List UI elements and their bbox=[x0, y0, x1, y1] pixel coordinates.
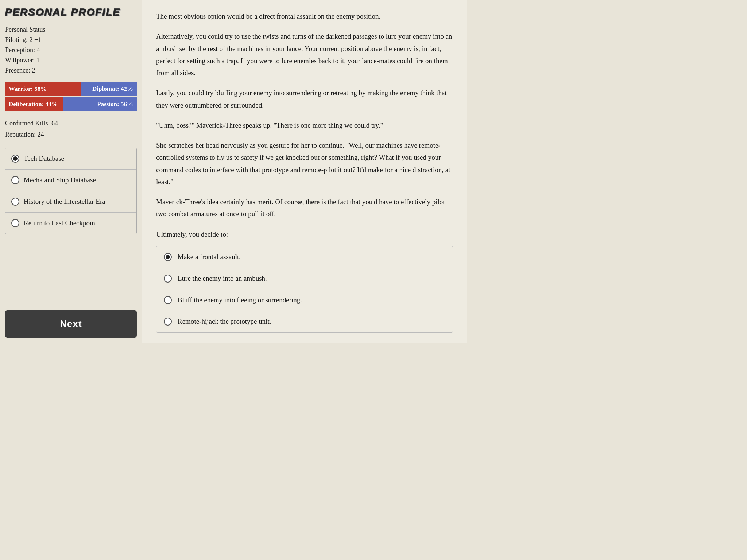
radio-ambush bbox=[164, 275, 172, 283]
status-label: Personal Status bbox=[5, 25, 137, 35]
stat-bars: Warrior: 58% Diplomat: 42% Deliberation:… bbox=[5, 82, 137, 113]
main-content: The most obvious option would be a direc… bbox=[142, 0, 467, 343]
stat-presence: Presence: 2 bbox=[5, 66, 137, 76]
nav-item-history-interstellar[interactable]: History of the Interstellar Era bbox=[5, 191, 136, 213]
next-button[interactable]: Next bbox=[5, 310, 137, 338]
personal-status: Personal Status Piloting: 2 +1 Perceptio… bbox=[5, 25, 137, 75]
choice-remote-hijack[interactable]: Remote-hijack the prototype unit. bbox=[156, 311, 453, 332]
radio-bluff bbox=[164, 296, 172, 304]
radio-remote-hijack bbox=[164, 318, 172, 326]
story-paragraph-3: Lastly, you could try bluffing your enem… bbox=[156, 87, 453, 111]
deliberation-bar: Deliberation: 44% bbox=[5, 97, 63, 111]
profile-title: PERSONAL PROFILE bbox=[5, 7, 137, 18]
sidebar: PERSONAL PROFILE Personal Status Pilotin… bbox=[0, 0, 142, 343]
diplomat-bar: Diplomat: 42% bbox=[81, 82, 137, 96]
choice-bluff[interactable]: Bluff the enemy into fleeing or surrende… bbox=[156, 289, 453, 311]
story-paragraph-2: Alternatively, you could try to use the … bbox=[156, 30, 453, 79]
radio-return bbox=[11, 219, 19, 227]
choice-frontal-assault[interactable]: Make a frontal assault. bbox=[156, 246, 453, 268]
story-paragraph-5: She scratches her head nervously as you … bbox=[156, 139, 453, 188]
radio-frontal-assault bbox=[164, 253, 172, 261]
choices-list: Make a frontal assault. Lure the enemy i… bbox=[156, 246, 453, 332]
stat-willpower: Willpower: 1 bbox=[5, 55, 137, 66]
stat-piloting: Piloting: 2 +1 bbox=[5, 35, 137, 45]
radio-mecha-database bbox=[11, 176, 19, 184]
warrior-bar: Warrior: 58% bbox=[5, 82, 81, 96]
deliberation-passion-bar: Deliberation: 44% Passion: 56% bbox=[5, 97, 137, 111]
decision-label: Ultimately, you decide to: bbox=[156, 228, 453, 240]
kills-rep: Confirmed Kills: 64 Reputation: 24 bbox=[5, 118, 137, 140]
nav-item-tech-database[interactable]: Tech Database bbox=[5, 148, 136, 170]
story-paragraph-1: The most obvious option would be a direc… bbox=[156, 10, 453, 22]
warrior-diplomat-bar: Warrior: 58% Diplomat: 42% bbox=[5, 82, 137, 96]
stat-perception: Perception: 4 bbox=[5, 45, 137, 55]
radio-tech-database bbox=[11, 155, 19, 163]
story-paragraph-4: "Uhm, boss?" Maverick-Three speaks up. "… bbox=[156, 119, 453, 131]
story-paragraph-6: Maverick-Three's idea certainly has meri… bbox=[156, 196, 453, 220]
reputation: Reputation: 24 bbox=[5, 129, 137, 140]
radio-history bbox=[11, 198, 19, 206]
confirmed-kills: Confirmed Kills: 64 bbox=[5, 118, 137, 129]
choice-ambush[interactable]: Lure the enemy into an ambush. bbox=[156, 268, 453, 289]
nav-item-return-checkpoint[interactable]: Return to Last Checkpoint bbox=[5, 213, 136, 234]
nav-section: Tech Database Mecha and Ship Database Hi… bbox=[5, 148, 137, 234]
nav-item-mecha-ship-database[interactable]: Mecha and Ship Database bbox=[5, 170, 136, 191]
passion-bar: Passion: 56% bbox=[63, 97, 137, 111]
